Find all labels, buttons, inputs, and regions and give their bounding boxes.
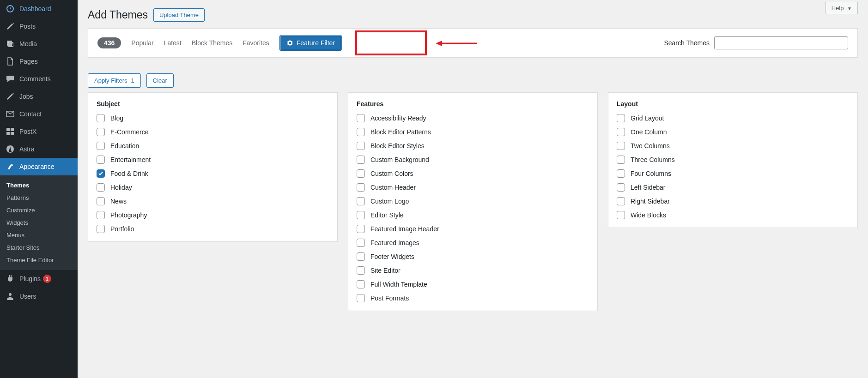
- checkbox-layout-left-sidebar[interactable]: Left Sidebar: [617, 183, 849, 192]
- sidebar-item-dashboard[interactable]: Dashboard: [0, 0, 78, 18]
- checkbox-layout-grid-layout[interactable]: Grid Layout: [617, 114, 849, 122]
- sidebar-item-users[interactable]: Users: [0, 288, 78, 305]
- sidebar-item-pages[interactable]: Pages: [0, 53, 78, 70]
- upload-theme-button[interactable]: Upload Theme: [153, 8, 205, 22]
- sidebar-subitem-theme-file-editor[interactable]: Theme File Editor: [0, 254, 78, 266]
- checkbox-label: Footer Widgets: [370, 253, 414, 260]
- checkbox-features-accessibility-ready[interactable]: Accessibility Ready: [357, 114, 589, 122]
- checkbox-layout-one-column[interactable]: One Column: [617, 128, 849, 136]
- pages-icon: [6, 57, 15, 66]
- checkbox-subject-entertainment[interactable]: Entertainment: [97, 156, 329, 164]
- sidebar-subitem-starter-sites[interactable]: Starter Sites: [0, 241, 78, 254]
- checkbox-icon: [357, 114, 365, 122]
- sidebar-item-contact[interactable]: Contact: [0, 105, 78, 123]
- checkbox-features-featured-images[interactable]: Featured Images: [357, 239, 589, 247]
- clear-button[interactable]: Clear: [146, 73, 174, 88]
- checkbox-features-featured-image-header[interactable]: Featured Image Header: [357, 225, 589, 233]
- sidebar-item-posts[interactable]: Posts: [0, 18, 78, 35]
- filter-column-subject: Subject BlogE-CommerceEducationEntertain…: [88, 92, 338, 242]
- astra-icon: [6, 144, 15, 154]
- sidebar-subitem-widgets[interactable]: Widgets: [0, 216, 78, 229]
- checkbox-icon: [617, 211, 625, 219]
- checkbox-icon: [97, 225, 105, 233]
- checkbox-layout-two-columns[interactable]: Two Columns: [617, 142, 849, 150]
- checkbox-icon: [357, 197, 365, 205]
- tab-favorites[interactable]: Favorites: [243, 39, 269, 47]
- checkbox-label: Custom Header: [370, 184, 416, 191]
- checkbox-layout-right-sidebar[interactable]: Right Sidebar: [617, 197, 849, 205]
- svg-marker-8: [436, 41, 442, 46]
- sidebar-item-label: Posts: [19, 23, 36, 30]
- sidebar-item-label: Contact: [19, 110, 42, 118]
- sidebar-item-label: Plugins: [19, 275, 41, 282]
- filter-columns: Subject BlogE-CommerceEducationEntertain…: [88, 92, 858, 311]
- sidebar-item-label: Users: [19, 293, 36, 300]
- checkbox-label: Blog: [110, 114, 123, 122]
- sidebar-item-comments[interactable]: Comments: [0, 70, 78, 88]
- page-title: Add Themes: [88, 9, 148, 21]
- checkbox-layout-wide-blocks[interactable]: Wide Blocks: [617, 211, 849, 219]
- sidebar-subitem-patterns[interactable]: Patterns: [0, 192, 78, 204]
- checkbox-label: Accessibility Ready: [370, 114, 426, 122]
- checkbox-label: Food & Drink: [110, 170, 148, 177]
- checkbox-features-custom-background[interactable]: Custom Background: [357, 156, 589, 164]
- checkbox-icon: [97, 211, 105, 219]
- help-tab[interactable]: Help ▼: [826, 2, 858, 14]
- checkbox-icon: [97, 169, 105, 178]
- checkbox-layout-three-columns[interactable]: Three Columns: [617, 156, 849, 164]
- checkbox-label: Grid Layout: [631, 114, 664, 122]
- sidebar-item-astra[interactable]: Astra: [0, 140, 78, 158]
- sidebar-subitem-menus[interactable]: Menus: [0, 229, 78, 241]
- checkbox-features-custom-logo[interactable]: Custom Logo: [357, 197, 589, 205]
- checkbox-features-post-formats[interactable]: Post Formats: [357, 294, 589, 302]
- tab-latest[interactable]: Latest: [164, 39, 182, 47]
- checkbox-features-custom-header[interactable]: Custom Header: [357, 183, 589, 192]
- tab-block-themes[interactable]: Block Themes: [192, 39, 232, 47]
- filter-column-layout: Layout Grid LayoutOne ColumnTwo ColumnsT…: [608, 92, 858, 228]
- contact-icon: [6, 109, 15, 119]
- checkbox-subject-blog[interactable]: Blog: [97, 114, 329, 122]
- checkbox-label: Custom Background: [370, 156, 429, 163]
- checkbox-features-block-editor-patterns[interactable]: Block Editor Patterns: [357, 128, 589, 136]
- checkbox-features-site-editor[interactable]: Site Editor: [357, 266, 589, 275]
- checkbox-layout-four-columns[interactable]: Four Columns: [617, 169, 849, 178]
- apply-filters-button[interactable]: Apply Filters 1: [88, 73, 141, 88]
- sidebar-item-jobs[interactable]: Jobs: [0, 88, 78, 105]
- checkbox-icon: [357, 142, 365, 150]
- checkbox-subject-photography[interactable]: Photography: [97, 211, 329, 219]
- sidebar-subitem-customize[interactable]: Customize: [0, 204, 78, 216]
- sidebar-item-postx[interactable]: PostX: [0, 123, 78, 140]
- checkbox-label: Left Sidebar: [631, 184, 666, 191]
- annotation-arrow: [436, 39, 477, 49]
- checkbox-label: News: [110, 198, 127, 205]
- checkbox-subject-food-drink[interactable]: Food & Drink: [97, 169, 329, 178]
- checkbox-icon: [97, 114, 105, 122]
- sidebar-item-plugins[interactable]: Plugins1: [0, 270, 78, 288]
- checkbox-label: Education: [110, 142, 139, 150]
- checkbox-features-full-width-template[interactable]: Full Width Template: [357, 280, 589, 288]
- checkbox-subject-e-commerce[interactable]: E-Commerce: [97, 128, 329, 136]
- checkbox-subject-news[interactable]: News: [97, 197, 329, 205]
- checkbox-subject-education[interactable]: Education: [97, 142, 329, 150]
- checkbox-icon: [357, 169, 365, 178]
- sidebar-item-appearance[interactable]: Appearance: [0, 158, 78, 175]
- checkbox-subject-portfolio[interactable]: Portfolio: [97, 225, 329, 233]
- checkbox-icon: [97, 142, 105, 150]
- sidebar-subitem-themes[interactable]: Themes: [0, 179, 78, 192]
- posts-icon: [6, 92, 15, 101]
- checkbox-features-block-editor-styles[interactable]: Block Editor Styles: [357, 142, 589, 150]
- search-area: Search Themes: [664, 36, 848, 49]
- search-input[interactable]: [714, 36, 848, 49]
- checkbox-subject-holiday[interactable]: Holiday: [97, 183, 329, 192]
- tab-popular[interactable]: Popular: [131, 39, 153, 47]
- sidebar-item-label: Astra: [19, 145, 35, 153]
- sidebar-item-label: Comments: [19, 75, 51, 83]
- subject-heading: Subject: [97, 100, 329, 108]
- feature-filter-button[interactable]: Feature Filter: [279, 35, 342, 51]
- checkbox-features-footer-widgets[interactable]: Footer Widgets: [357, 252, 589, 261]
- checkbox-features-editor-style[interactable]: Editor Style: [357, 211, 589, 219]
- checkbox-label: E-Commerce: [110, 128, 148, 136]
- checkbox-features-custom-colors[interactable]: Custom Colors: [357, 169, 589, 178]
- sidebar-item-label: Jobs: [19, 93, 33, 100]
- sidebar-item-media[interactable]: Media: [0, 35, 78, 53]
